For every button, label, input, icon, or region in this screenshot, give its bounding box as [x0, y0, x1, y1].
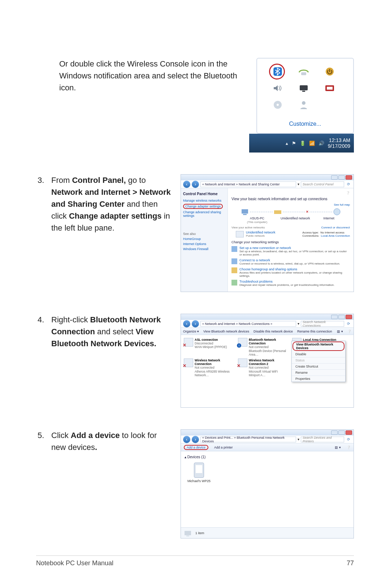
window-max-button[interactable] — [338, 315, 345, 319]
tray-network-icon[interactable]: 📶 — [309, 141, 315, 146]
connect-network-link[interactable]: Connect to a network — [239, 258, 340, 262]
nav-back-button[interactable]: ‹ — [183, 320, 190, 327]
unidentified-network-link[interactable]: Unidentified network — [246, 231, 276, 234]
ctx-properties[interactable]: Properties — [292, 376, 345, 382]
ctx-create-shortcut[interactable]: Create Shortcut — [292, 364, 345, 370]
nav-fwd-button[interactable]: › — [192, 181, 199, 188]
add-a-device-button[interactable]: Add a device — [184, 445, 208, 450]
help-icon[interactable]: ❔ — [347, 330, 351, 333]
change-adapter-settings-link[interactable]: Change adapter settings — [183, 204, 225, 209]
no-internet-x-icon: ✕ — [306, 210, 309, 214]
display-hotkey-icon[interactable] — [322, 82, 337, 95]
tray-chevron-icon[interactable]: ▴ — [286, 141, 288, 146]
search-input[interactable]: Search Network Connections — [301, 321, 344, 327]
window-min-button[interactable] — [331, 175, 338, 180]
window-close-button[interactable] — [346, 430, 352, 435]
item-count-label: 1 item — [195, 531, 204, 535]
nav-back-button[interactable]: ‹ — [183, 181, 190, 188]
disable-device-cmd[interactable]: Disable this network device — [254, 330, 293, 333]
tray-flag-icon[interactable]: ⚑ — [292, 141, 296, 146]
window-close-button[interactable] — [346, 175, 352, 180]
svg-rect-18 — [185, 531, 191, 535]
view-bt-devices-cmd[interactable]: View Bluetooth network devices — [203, 330, 249, 333]
connection-item[interactable]: ✕ASL connectionDisconnectedWAN Miniport … — [184, 338, 234, 356]
internet-options-link[interactable]: Internet Options — [183, 242, 225, 246]
svg-rect-12 — [274, 210, 281, 214]
homegroup-sharing-link[interactable]: Choose homegroup and sharing options — [239, 267, 350, 271]
svg-rect-4 — [302, 91, 305, 92]
view-options-icon[interactable]: ▥ ▾ — [335, 446, 341, 449]
nav-fwd-button[interactable]: › — [192, 320, 199, 327]
intro-paragraph: Or double click the Wireless Console ico… — [36, 58, 249, 94]
svg-point-13 — [334, 209, 340, 215]
connection-item[interactable]: ✕Wireless Network Connection 2Not connec… — [238, 359, 289, 377]
user-icon[interactable] — [296, 98, 311, 111]
taskbar-time: 12:13 AM — [328, 137, 350, 143]
setup-new-connection-link[interactable]: Set up a new connection or network — [239, 246, 350, 250]
refresh-icon[interactable]: ⟳ — [346, 321, 351, 327]
svg-rect-1 — [301, 72, 306, 75]
page-number: 77 — [347, 559, 354, 567]
window-max-button[interactable] — [338, 175, 345, 180]
power-icon[interactable] — [322, 65, 337, 78]
svg-point-8 — [277, 104, 279, 106]
windows-firewall-link[interactable]: Windows Firewall — [183, 247, 225, 251]
refresh-icon[interactable]: ⟳ — [346, 437, 351, 442]
devices-section-header[interactable]: ▴ Devices (1) — [185, 455, 350, 459]
step-5-text: Click Add a device to look for new devic… — [51, 429, 181, 453]
new-connection-icon — [231, 246, 237, 252]
device-item[interactable]: Michael's WP25 — [185, 463, 213, 483]
address-bar[interactable]: « Devices and Print... » Bluetooth Perso… — [200, 437, 296, 442]
window-max-button[interactable] — [338, 430, 345, 435]
volume-icon[interactable] — [270, 82, 285, 95]
search-input[interactable]: Search Control Panel — [301, 181, 344, 187]
ctx-disable[interactable]: Disable — [292, 351, 345, 357]
connection-item[interactable]: iBluetooth Network ConnectionNot connect… — [238, 338, 289, 356]
wireless-console-icon[interactable] — [296, 65, 311, 78]
address-bar[interactable]: « Network and Internet » Network Connect… — [200, 321, 296, 327]
add-a-printer-button[interactable]: Add a printer — [214, 446, 233, 449]
help-icon[interactable]: ❔ — [344, 191, 350, 197]
step-3-number: 3. — [36, 174, 51, 186]
control-panel-home[interactable]: Control Panel Home — [183, 192, 225, 196]
disc-icon[interactable] — [270, 98, 285, 111]
rename-connection-cmd[interactable]: Rename this connection — [297, 330, 332, 333]
pc-label: ASUS-PC — [250, 216, 264, 220]
nav-fwd-button[interactable]: › — [192, 436, 199, 443]
homegroup-link[interactable]: HomeGroup — [183, 237, 225, 241]
manage-wireless-link[interactable]: Manage wireless networks — [183, 199, 225, 202]
svg-rect-3 — [300, 85, 308, 90]
view-options-icon[interactable]: ▥ ▾ — [337, 330, 343, 333]
connect-disconnect-link[interactable]: Connect or disconnect — [321, 226, 350, 229]
address-bar[interactable]: « Network and Internet » Network and Sha… — [200, 181, 296, 187]
windows-taskbar: ▴ ⚑ 🔋 📶 🔊 12:13 AM 9/17/2009 — [249, 134, 354, 153]
taskbar-clock[interactable]: 12:13 AM 9/17/2009 — [328, 137, 350, 149]
tray-volume-icon[interactable]: 🔊 — [318, 141, 324, 146]
screenshot-network-connections: ‹ › « Network and Internet » Network Con… — [181, 314, 354, 408]
search-input[interactable]: Search Devices and Printers — [301, 437, 344, 442]
svg-rect-19 — [186, 536, 189, 536]
tray-power-icon[interactable]: 🔋 — [300, 141, 306, 146]
troubleshoot-link[interactable]: Troubleshoot problems — [239, 280, 334, 283]
help-icon[interactable]: ❔ — [347, 446, 351, 449]
ctx-view-bt-devices[interactable]: View Bluetooth Network Devices — [292, 342, 344, 351]
customize-link[interactable]: Customize... — [257, 118, 353, 133]
screenshot-bluetooth-devices: ‹ › « Devices and Print... » Bluetooth P… — [181, 429, 354, 538]
change-advanced-sharing-link[interactable]: Change advanced sharing settings — [183, 210, 225, 218]
window-min-button[interactable] — [331, 315, 338, 319]
ctx-rename[interactable]: Rename — [292, 370, 345, 376]
window-close-button[interactable] — [346, 315, 352, 319]
see-full-map-link[interactable]: See full map — [231, 203, 350, 206]
window-min-button[interactable] — [331, 430, 338, 435]
local-area-connection-link[interactable]: Local Area Connection — [321, 234, 350, 237]
connection-item[interactable]: ✕Wireless Network ConnectionNot connecte… — [184, 359, 234, 377]
view-active-label: View your active networks — [231, 226, 265, 229]
svg-rect-14 — [231, 246, 237, 252]
footer-title: Notebook PC User Manual — [36, 559, 113, 567]
organize-menu[interactable]: Organize ▾ — [183, 330, 199, 333]
nav-back-button[interactable]: ‹ — [183, 436, 190, 443]
active-net-icon — [236, 231, 244, 237]
bluetooth-icon[interactable] — [270, 65, 285, 78]
monitor-icon[interactable] — [296, 82, 311, 95]
refresh-icon[interactable]: ⟳ — [346, 181, 351, 187]
